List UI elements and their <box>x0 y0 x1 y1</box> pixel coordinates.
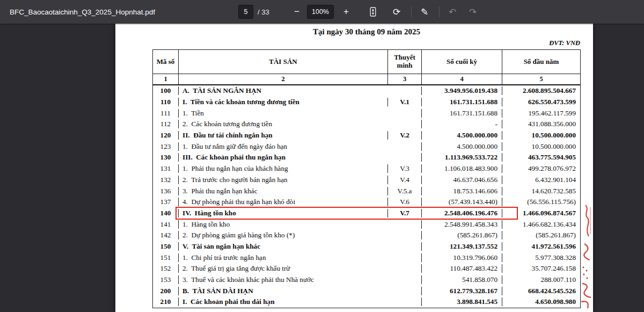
index-5: 5 <box>502 74 580 84</box>
cell-so-cuoi-ky: 1.106.018.483.900 <box>421 164 502 173</box>
cell-so-cuoi-ky: (585.261.867) <box>421 231 502 240</box>
column-index-row: 1 2 3 4 5 <box>153 74 580 85</box>
cell-so-dau-nam: 288.007.110 <box>502 275 580 284</box>
document-area[interactable]: Tại ngày 30 tháng 09 năm 2025 ĐVT: VNĐ M… <box>0 24 644 312</box>
cell-tai-san: 2. Các khoản tương đương tiền <box>178 120 387 128</box>
cell-tai-san: 1. Đầu tư nắm giữ đến ngày đáo hạn <box>178 142 387 151</box>
cell-tai-san: 1. Chi phí trả trước ngắn hạn <box>178 253 387 262</box>
cell-tai-san: A. TÀI SẢN NGẮN HẠN <box>178 86 387 95</box>
zoom-out-button[interactable]: − <box>289 4 305 20</box>
cell-thuyet-minh: V.1 <box>387 98 421 106</box>
header-so-dau-nam: Số đầu năm <box>502 50 580 74</box>
cell-tai-san: B. TÀI SẢN DÀI HẠN <box>178 287 387 295</box>
cell-so-dau-nam: (585.261.867) <box>502 231 580 240</box>
cell-tai-san: 3. Phải thu ngắn hạn khác <box>178 187 387 195</box>
cell-ma-so: 153 <box>153 275 178 284</box>
table-row: 1111. Tiền161.731.151.688195.462.117.599 <box>153 107 580 119</box>
cell-so-cuoi-ky: 121.349.137.552 <box>421 242 502 251</box>
zoom-in-button[interactable]: + <box>338 4 354 20</box>
cell-ma-so: 140 <box>153 209 178 217</box>
cell-so-cuoi-ky: 612.779.328.167 <box>421 287 502 295</box>
cell-ma-so: 120 <box>153 131 178 140</box>
cell-tai-san: 4. Dự phòng phải thu ngắn hạn khó đòi <box>178 198 387 206</box>
rotate-button[interactable]: ⟳ <box>389 4 405 20</box>
cell-tai-san: 1. Tiền <box>178 109 387 118</box>
pdf-viewer-window: BFC_Baocaotaichinh_Q3_2025_Hopnhat.pdf /… <box>0 0 644 312</box>
cell-ma-so: 200 <box>153 287 178 295</box>
table-row: 1511. Chi phí trả trước ngắn hạn10.319.7… <box>153 252 580 263</box>
cell-so-dau-nam: 4.650.098.980 <box>502 298 580 306</box>
cell-ma-so: 141 <box>153 220 178 229</box>
undo-button[interactable]: ↶ <box>444 4 460 20</box>
cell-so-cuoi-ky: 18.753.146.606 <box>421 187 502 195</box>
cell-tai-san: II. Đầu tư tài chính ngắn hạn <box>178 131 387 140</box>
redo-button[interactable]: ↷ <box>465 4 481 20</box>
page-number-input[interactable] <box>238 5 253 19</box>
header-tai-san: TÀI SẢN <box>178 50 387 74</box>
cell-tai-san: III. Các khoản phải thu ngắn hạn <box>178 153 387 162</box>
cell-so-dau-nam: 10.500.000.000 <box>502 131 580 140</box>
cell-ma-so: 131 <box>153 164 178 173</box>
cell-thuyet-minh: V.6 <box>387 198 421 206</box>
toolbar-divider <box>439 6 440 17</box>
cell-so-dau-nam: 35.707.246.158 <box>502 264 580 273</box>
cell-so-dau-nam: 1.466.096.874.567 <box>502 209 580 217</box>
cell-ma-so: 142 <box>153 231 178 240</box>
cell-tai-san: 2. Dự phòng giảm giá hàng tồn kho (*) <box>178 231 387 240</box>
index-2: 2 <box>178 74 387 84</box>
toolbar-divider <box>411 6 412 17</box>
cell-so-dau-nam: 499.278.076.972 <box>502 164 580 173</box>
header-ma-so: Mã số <box>153 50 178 74</box>
cell-so-cuoi-ky: 161.731.151.688 <box>421 98 502 106</box>
cell-tai-san: IV. Hàng tồn kho <box>178 209 387 217</box>
cell-so-dau-nam: 1.466.682.136.434 <box>502 220 580 229</box>
page-fit-icon <box>369 7 377 17</box>
cell-so-cuoi-ky: - <box>421 120 502 128</box>
cell-so-cuoi-ky: 2.548.406.196.476 <box>421 209 502 217</box>
rotate-icon: ⟳ <box>393 6 400 18</box>
unit-label: ĐVT: VNĐ <box>549 39 580 47</box>
cell-tai-san: I. Tiền và các khoản tương đương tiền <box>178 98 387 106</box>
cell-so-cuoi-ky: 3.898.841.545 <box>421 298 502 306</box>
pen-icon: ✎ <box>421 6 428 18</box>
cell-tai-san: 1. Phải thu ngắn hạn của khách hàng <box>178 164 387 173</box>
cell-so-dau-nam: 431.088.356.000 <box>502 120 580 128</box>
draw-annotate-button[interactable]: ✎ <box>416 4 433 20</box>
cell-thuyet-minh: V.5.a <box>387 187 421 195</box>
cell-tai-san: V. Tài sản ngắn hạn khác <box>178 242 387 251</box>
cell-tai-san: 2. Thuế giá trị gia tăng được khấu trừ <box>178 264 387 273</box>
table-row: 100A. TÀI SẢN NGẮN HẠN3.949.956.019.4382… <box>153 85 580 97</box>
table-row: 130III. Các khoản phải thu ngắn hạn1.113… <box>153 152 580 163</box>
cell-so-cuoi-ky: 1.113.969.533.722 <box>421 153 502 162</box>
cell-so-dau-nam: 41.972.561.596 <box>502 242 580 251</box>
zoom-level-select[interactable]: 100% <box>307 5 334 19</box>
filename-label: BFC_Baocaotaichinh_Q3_2025_Hopnhat.pdf <box>10 0 155 24</box>
table-row: 1231. Đầu tư nắm giữ đến ngày đáo hạn4.5… <box>153 141 580 152</box>
cell-so-dau-nam: 2.608.895.504.667 <box>502 86 580 95</box>
cell-ma-so: 150 <box>153 242 178 251</box>
cell-ma-so: 151 <box>153 253 178 262</box>
cell-ma-so: 100 <box>153 86 178 95</box>
cell-ma-so: 111 <box>153 109 178 118</box>
plus-icon: + <box>343 6 349 17</box>
table-row: 1122. Các khoản tương đương tiền-431.088… <box>153 119 580 130</box>
red-stamp-mark <box>581 204 593 240</box>
cell-tai-san: 1. Hàng tồn kho <box>178 220 387 229</box>
toolbar: BFC_Baocaotaichinh_Q3_2025_Hopnhat.pdf /… <box>0 0 644 24</box>
cell-so-cuoi-ky: 110.487.483.422 <box>421 264 502 273</box>
table-row: 1374. Dự phòng phải thu ngắn hạn khó đòi… <box>153 197 580 208</box>
undo-icon: ↶ <box>449 6 456 18</box>
page-fit-button[interactable] <box>365 4 381 20</box>
cell-so-cuoi-ky: 10.319.796.060 <box>421 253 502 262</box>
cell-so-cuoi-ky: 4.500.000.000 <box>421 131 502 140</box>
cell-ma-so: 132 <box>153 176 178 184</box>
table-row: 1422. Dự phòng giảm giá hàng tồn kho (*)… <box>153 230 580 241</box>
cell-so-dau-nam: 195.462.117.599 <box>502 109 580 118</box>
cell-so-cuoi-ky: 2.548.991.458.343 <box>421 220 502 229</box>
header-so-cuoi-ky: Số cuối kỳ <box>421 50 502 74</box>
cell-ma-so: 136 <box>153 187 178 195</box>
page-number-group: / 33 <box>238 5 269 19</box>
minus-icon: − <box>294 6 299 17</box>
cell-ma-so: 152 <box>153 264 178 273</box>
pdf-page: Tại ngày 30 tháng 09 năm 2025 ĐVT: VNĐ M… <box>115 24 593 312</box>
